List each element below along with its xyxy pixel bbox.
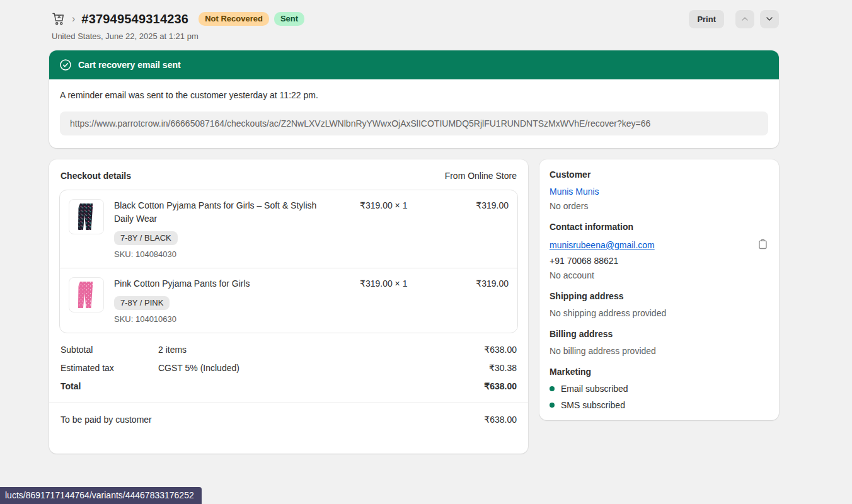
customer-section: Customer Munis Munis No orders bbox=[550, 169, 769, 211]
shipping-address-value: No shipping address provided bbox=[550, 308, 769, 318]
estimated-tax-row: Estimated tax CGST 5% (Included) ₹30.38 bbox=[60, 363, 517, 373]
tax-amount: ₹30.38 bbox=[489, 363, 517, 373]
checkout-details-title: Checkout details bbox=[60, 171, 131, 181]
banner-header: Cart recovery email sent bbox=[49, 50, 779, 79]
line-item-pink-pyjama: Pink Cotton Pyjama Pants for Girls 7-8Y … bbox=[60, 268, 517, 333]
clipboard-icon bbox=[757, 239, 768, 249]
status-badge-not-recovered: Not Recovered bbox=[199, 12, 269, 26]
shipping-address-section: Shipping address No shipping address pro… bbox=[550, 291, 769, 318]
copy-email-button[interactable] bbox=[756, 239, 769, 251]
next-checkout-button[interactable] bbox=[760, 10, 779, 28]
subtotal-amount: ₹638.00 bbox=[484, 345, 517, 355]
customer-account-status: No account bbox=[550, 270, 769, 280]
sales-channel-label: From Online Store bbox=[445, 171, 517, 181]
subtotal-row: Subtotal 2 items ₹638.00 bbox=[60, 345, 517, 355]
unit-price: ₹319.00 × 1 bbox=[360, 199, 442, 259]
header-actions: Print bbox=[689, 10, 779, 28]
tax-detail: CGST 5% (Included) bbox=[158, 363, 489, 373]
variant-chip: 7-8Y / PINK bbox=[114, 296, 170, 310]
subtotal-detail: 2 items bbox=[158, 345, 484, 355]
main-content: Checkout details From Online Store bbox=[49, 159, 779, 454]
contact-information-heading: Contact information bbox=[550, 222, 769, 232]
page-header: › #37949549314236 Not Recovered Sent Pri… bbox=[49, 10, 779, 28]
subscribed-dot-icon bbox=[550, 403, 555, 408]
billing-address-heading: Billing address bbox=[550, 329, 769, 339]
sku-label: SKU: 104084030 bbox=[114, 249, 350, 259]
customer-phone: +91 70068 88621 bbox=[550, 256, 769, 266]
customer-heading: Customer bbox=[550, 169, 769, 180]
browser-link-preview: lucts/8691717144764/variants/44467833176… bbox=[0, 487, 202, 504]
chevron-down-icon bbox=[766, 15, 773, 23]
banner-title: Cart recovery email sent bbox=[78, 60, 181, 70]
email-subscribed-item: Email subscribed bbox=[550, 384, 769, 394]
marketing-heading: Marketing bbox=[550, 367, 769, 377]
checkout-subtitle: United States, June 22, 2025 at 1:21 pm bbox=[52, 32, 779, 41]
sms-subscribed-item: SMS subscribed bbox=[550, 400, 769, 410]
total-row: Total ₹638.00 bbox=[60, 381, 517, 391]
cart-recovery-banner-card: Cart recovery email sent A reminder emai… bbox=[49, 50, 779, 148]
to-be-paid-label: To be paid by customer bbox=[60, 415, 152, 425]
abandoned-checkout-page: › #37949549314236 Not Recovered Sent Pri… bbox=[49, 0, 779, 454]
line-item-info: Black Cotton Pyjama Pants for Girls – So… bbox=[114, 199, 350, 259]
line-items-box: Black Cotton Pyjama Pants for Girls – So… bbox=[59, 190, 518, 333]
variant-chip: 7-8Y / BLACK bbox=[114, 231, 178, 245]
total-label: Total bbox=[60, 381, 158, 391]
chevron-up-icon bbox=[741, 15, 749, 23]
total-amount: ₹638.00 bbox=[484, 381, 517, 391]
email-row: munisrubeena@gmail.com bbox=[550, 239, 769, 251]
marketing-section: Marketing Email subscribed SMS subscribe… bbox=[550, 367, 769, 410]
customer-name-link[interactable]: Munis Munis bbox=[550, 186, 599, 197]
customer-email-link[interactable]: munisrubeena@gmail.com bbox=[550, 240, 655, 250]
product-thumbnail-black-pants bbox=[69, 199, 104, 234]
line-total: ₹319.00 bbox=[452, 277, 509, 324]
line-item-black-pyjama: Black Cotton Pyjama Pants for Girls – So… bbox=[60, 190, 517, 268]
contact-information-section: Contact information munisrubeena@gmail.c… bbox=[550, 222, 769, 280]
check-circle-icon bbox=[59, 59, 72, 71]
to-be-paid-row: To be paid by customer ₹638.00 bbox=[59, 403, 518, 425]
totals-section: Subtotal 2 items ₹638.00 Estimated tax C… bbox=[59, 345, 518, 391]
billing-address-value: No billing address provided bbox=[550, 346, 769, 356]
reminder-message: A reminder email was sent to the custome… bbox=[60, 90, 768, 100]
banner-body: A reminder email was sent to the custome… bbox=[49, 79, 779, 148]
line-item-info: Pink Cotton Pyjama Pants for Girls 7-8Y … bbox=[114, 277, 350, 324]
product-title-link[interactable]: Pink Cotton Pyjama Pants for Girls bbox=[114, 277, 328, 290]
sku-label: SKU: 104010630 bbox=[114, 314, 350, 324]
to-be-paid-amount: ₹638.00 bbox=[484, 415, 517, 425]
tax-label: Estimated tax bbox=[60, 363, 158, 373]
page-title: #37949549314236 bbox=[81, 12, 188, 26]
abandoned-cart-icon bbox=[52, 12, 66, 26]
sms-subscribed-label: SMS subscribed bbox=[561, 400, 625, 410]
customer-orders: No orders bbox=[550, 201, 769, 211]
checkout-details-header: Checkout details From Online Store bbox=[59, 169, 518, 181]
billing-address-section: Billing address No billing address provi… bbox=[550, 329, 769, 356]
shipping-address-heading: Shipping address bbox=[550, 291, 769, 301]
checkout-details-card: Checkout details From Online Store bbox=[49, 159, 528, 454]
unit-price: ₹319.00 × 1 bbox=[360, 277, 442, 324]
email-subscribed-label: Email subscribed bbox=[561, 384, 628, 394]
subtotal-label: Subtotal bbox=[60, 345, 158, 355]
subscribed-dot-icon bbox=[550, 386, 555, 391]
product-thumbnail-pink-pants bbox=[69, 277, 104, 312]
product-title-link[interactable]: Black Cotton Pyjama Pants for Girls – So… bbox=[114, 199, 328, 226]
print-button[interactable]: Print bbox=[689, 10, 724, 28]
status-badge-sent: Sent bbox=[274, 12, 304, 26]
line-total: ₹319.00 bbox=[452, 199, 509, 259]
recovery-url-field[interactable]: https://www.parrotcrow.in/66665087164/ch… bbox=[60, 112, 768, 135]
breadcrumb-chevron-icon: › bbox=[72, 14, 75, 24]
customer-card: Customer Munis Munis No orders Contact i… bbox=[539, 159, 779, 420]
previous-checkout-button[interactable] bbox=[735, 10, 754, 28]
